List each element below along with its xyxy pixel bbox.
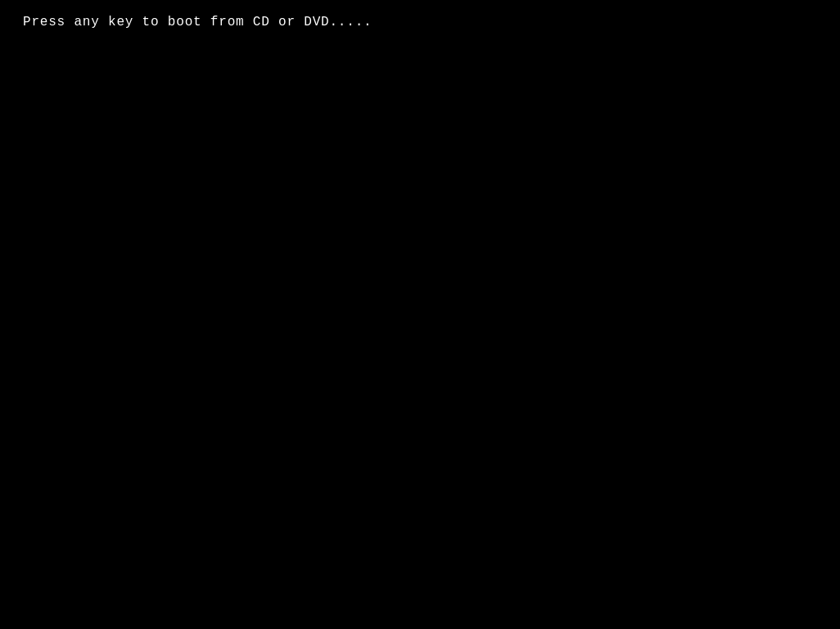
boot-screen: Press any key to boot from CD or DVD....… xyxy=(0,0,840,629)
boot-message-text: Press any key to boot from CD or DVD....… xyxy=(23,15,372,29)
